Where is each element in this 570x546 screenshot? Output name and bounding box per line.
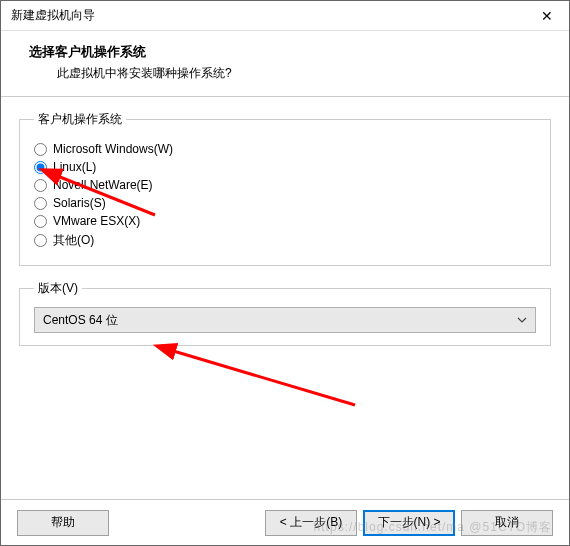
guest-os-fieldset: 客户机操作系统 Microsoft Windows(W) Linux(L) No… <box>19 111 551 266</box>
wizard-header: 选择客户机操作系统 此虚拟机中将安装哪种操作系统? <box>1 31 569 97</box>
radio-option-netware[interactable]: Novell NetWare(E) <box>34 178 536 192</box>
version-legend: 版本(V) <box>34 280 82 297</box>
radio-option-other[interactable]: 其他(O) <box>34 232 536 249</box>
radio-label: Solaris(S) <box>53 196 106 210</box>
titlebar: 新建虚拟机向导 ✕ <box>1 1 569 31</box>
radio-option-esx[interactable]: VMware ESX(X) <box>34 214 536 228</box>
radio-input-other[interactable] <box>34 234 47 247</box>
close-icon: ✕ <box>541 8 553 24</box>
radio-input-esx[interactable] <box>34 215 47 228</box>
radio-option-windows[interactable]: Microsoft Windows(W) <box>34 142 536 156</box>
radio-label: Linux(L) <box>53 160 96 174</box>
header-title: 选择客户机操作系统 <box>29 43 549 61</box>
radio-input-windows[interactable] <box>34 143 47 156</box>
radio-label: Microsoft Windows(W) <box>53 142 173 156</box>
version-select[interactable]: CentOS 64 位 <box>34 307 536 333</box>
next-button[interactable]: 下一步(N) > <box>363 510 455 536</box>
radio-option-linux[interactable]: Linux(L) <box>34 160 536 174</box>
radio-label: Novell NetWare(E) <box>53 178 153 192</box>
header-subtitle: 此虚拟机中将安装哪种操作系统? <box>29 65 549 82</box>
window-title: 新建虚拟机向导 <box>11 7 95 24</box>
radio-input-netware[interactable] <box>34 179 47 192</box>
wizard-dialog: 新建虚拟机向导 ✕ 选择客户机操作系统 此虚拟机中将安装哪种操作系统? 客户机操… <box>0 0 570 546</box>
radio-input-linux[interactable] <box>34 161 47 174</box>
help-button[interactable]: 帮助 <box>17 510 109 536</box>
chevron-down-icon <box>517 315 527 325</box>
wizard-body: 客户机操作系统 Microsoft Windows(W) Linux(L) No… <box>1 97 569 499</box>
close-button[interactable]: ✕ <box>524 1 569 31</box>
version-fieldset: 版本(V) CentOS 64 位 <box>19 280 551 346</box>
radio-label: 其他(O) <box>53 232 94 249</box>
radio-input-solaris[interactable] <box>34 197 47 210</box>
back-button[interactable]: < 上一步(B) <box>265 510 357 536</box>
wizard-footer: 帮助 < 上一步(B) 下一步(N) > 取消 <box>1 499 569 545</box>
guest-os-legend: 客户机操作系统 <box>34 111 126 128</box>
cancel-button[interactable]: 取消 <box>461 510 553 536</box>
radio-option-solaris[interactable]: Solaris(S) <box>34 196 536 210</box>
radio-label: VMware ESX(X) <box>53 214 140 228</box>
version-selected-label: CentOS 64 位 <box>43 312 118 329</box>
